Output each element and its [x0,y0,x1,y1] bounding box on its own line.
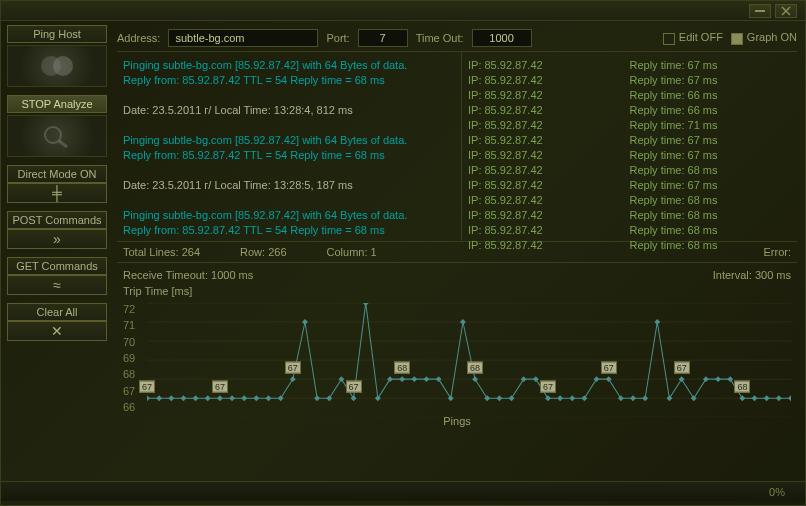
post-commands-button[interactable]: POST Commands [7,211,107,229]
direct-mode-button[interactable]: Direct Mode ON [7,165,107,183]
address-label: Address: [117,32,160,44]
close-button[interactable] [775,4,797,18]
stop-analyze-button[interactable]: STOP Analyze [7,95,107,113]
collapse-icon: ≈ [7,275,107,295]
svg-point-2 [53,56,73,76]
address-input[interactable] [168,29,318,47]
port-input[interactable] [358,29,408,47]
svg-rect-0 [755,10,765,12]
timeout-input[interactable] [472,29,532,47]
log-right-panel: IP: 85.92.87.42IP: 85.92.87.42IP: 85.92.… [462,52,797,241]
clear-all-button[interactable]: Clear All [7,303,107,321]
receive-timeout-label: Receive Timeout: 1000 ms [123,269,253,281]
y-axis: 72717069686766 [123,303,135,413]
checkbox-icon [731,33,743,45]
column-stat: Column: 1 [327,246,377,258]
svg-line-4 [59,141,67,147]
error-stat: Error: [764,246,792,258]
analyze-icon [7,115,107,157]
clear-icon: ✕ [7,321,107,341]
timeout-label: Time Out: [416,32,464,44]
status-row: Total Lines: 264 Row: 266 Column: 1 Erro… [117,242,797,263]
status-bar: 0% [1,481,805,501]
graph-toggle[interactable]: Graph ON [731,31,797,44]
chart-title: Trip Time [ms] [123,283,791,299]
minimize-button[interactable] [749,4,771,18]
total-lines: Total Lines: 264 [123,246,200,258]
ping-host-button[interactable]: Ping Host [7,25,107,43]
expand-down-icon: » [7,229,107,249]
log-left-panel: Pinging subtle-bg.com [85.92.87.42] with… [117,52,462,241]
get-commands-button[interactable]: GET Commands [7,257,107,275]
checkbox-icon [663,33,675,45]
svg-point-3 [45,127,61,143]
interval-label: Interval: 300 ms [713,269,791,281]
port-label: Port: [326,32,349,44]
ping-host-icon [7,45,107,87]
row-stat: Row: 266 [240,246,286,258]
edit-toggle[interactable]: Edit OFF [663,31,723,44]
direct-mode-icon: ╪ [7,183,107,203]
